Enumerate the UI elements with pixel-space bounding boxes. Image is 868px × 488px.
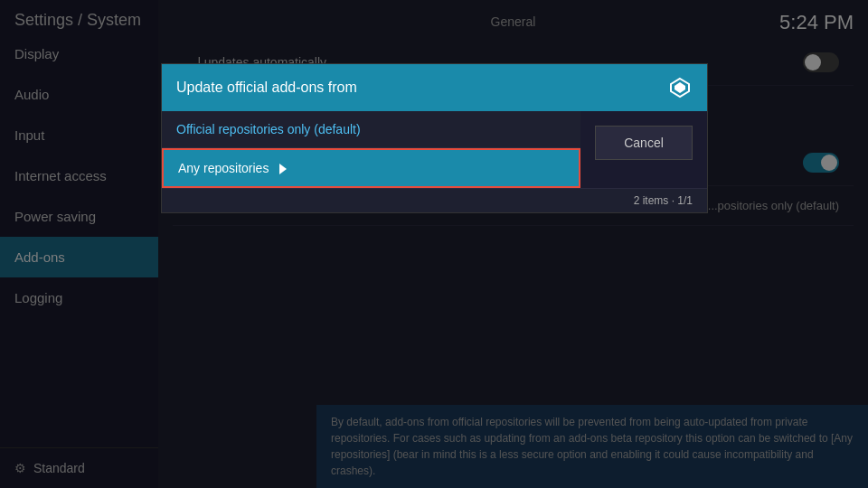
option-any-repositories[interactable]: Any repositories <box>162 148 580 188</box>
cancel-button[interactable]: Cancel <box>595 126 693 160</box>
dialog-header: Update official add-ons from <box>162 64 707 111</box>
svg-marker-1 <box>675 82 685 93</box>
update-dialog: Update official add-ons from Official re… <box>161 63 708 213</box>
dialog-title: Update official add-ons from <box>176 80 357 96</box>
kodi-logo-icon <box>667 75 693 100</box>
option-official-repositories[interactable]: Official repositories only (default) <box>162 111 580 148</box>
dialog-body: Official repositories only (default) Any… <box>162 111 707 188</box>
dialog-actions: Cancel <box>580 111 707 188</box>
item-count: 2 items · 1/1 <box>634 194 693 207</box>
dialog-list: Official repositories only (default) Any… <box>162 111 580 188</box>
dialog-footer: 2 items · 1/1 <box>162 188 707 212</box>
